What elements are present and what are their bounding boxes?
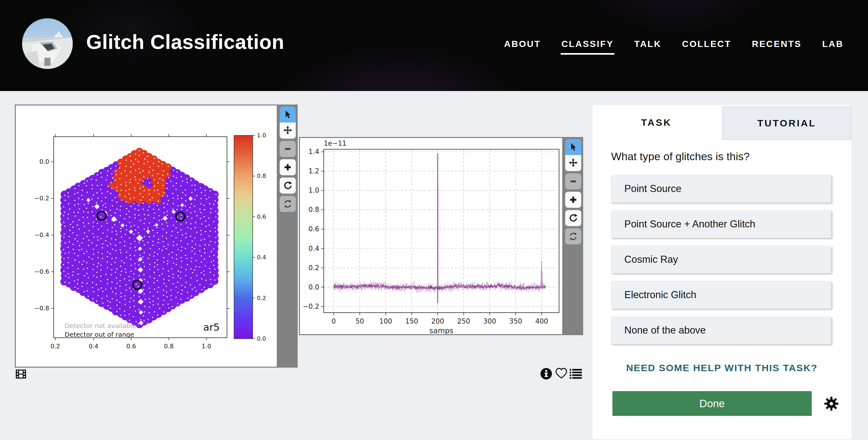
rotate-button[interactable] bbox=[280, 178, 296, 194]
rotate-button[interactable] bbox=[565, 210, 581, 226]
page-title: Glitch Classification bbox=[86, 30, 284, 53]
nav-recents[interactable]: RECENTS bbox=[751, 36, 802, 55]
svg-text:1.4: 1.4 bbox=[309, 148, 319, 156]
focal-plane-toolbar bbox=[278, 105, 298, 368]
nav-lab[interactable]: LAB bbox=[822, 36, 844, 55]
tab-task[interactable]: TASK bbox=[592, 105, 720, 140]
reset-button bbox=[280, 196, 296, 212]
svg-text:0.2: 0.2 bbox=[309, 264, 319, 272]
svg-text:0.8: 0.8 bbox=[309, 206, 319, 213]
svg-text:0.0: 0.0 bbox=[257, 335, 266, 342]
svg-text:0: 0 bbox=[332, 318, 336, 325]
svg-text:0.8: 0.8 bbox=[164, 343, 174, 350]
choice-electronic-glitch[interactable]: Electronic Glitch bbox=[611, 281, 831, 309]
nav-collect[interactable]: COLLECT bbox=[681, 36, 732, 55]
tab-tutorial[interactable]: TUTORIAL bbox=[722, 107, 851, 140]
reset-icon bbox=[283, 199, 292, 209]
cursor-icon bbox=[568, 142, 578, 152]
telescope-avatar-image bbox=[22, 18, 73, 69]
svg-text:0.8: 0.8 bbox=[257, 172, 266, 179]
select-cursor-button[interactable] bbox=[565, 139, 581, 155]
pan-icon bbox=[568, 158, 578, 168]
svg-text:1.0: 1.0 bbox=[202, 343, 211, 350]
svg-text:50: 50 bbox=[355, 318, 364, 325]
rotate-icon bbox=[568, 213, 578, 223]
svg-text:400: 400 bbox=[535, 318, 548, 325]
svg-text:1.2: 1.2 bbox=[309, 167, 319, 175]
timestream-figure: 0501001502002503003504001.41.21.00.80.60… bbox=[300, 138, 562, 334]
project-header: Glitch Classification ABOUTCLASSIFYTALKC… bbox=[0, 0, 868, 91]
zoom-in-icon bbox=[568, 195, 578, 205]
select-cursor-button[interactable] bbox=[280, 107, 296, 122]
zoom-in-button[interactable] bbox=[565, 192, 581, 208]
svg-text:−0.6: −0.6 bbox=[34, 268, 49, 275]
nav-about[interactable]: ABOUT bbox=[503, 36, 542, 55]
zoom-in-button[interactable] bbox=[280, 159, 296, 175]
svg-text:0.6: 0.6 bbox=[257, 213, 266, 220]
subject-info-button[interactable] bbox=[540, 368, 552, 381]
pan-button[interactable] bbox=[565, 155, 581, 171]
header-nav: ABOUTCLASSIFYTALKCOLLECTRECENTSLAB bbox=[503, 0, 844, 91]
task-help-link[interactable]: NEED SOME HELP WITH THIS TASK? bbox=[592, 362, 851, 374]
svg-text:350: 350 bbox=[509, 318, 522, 325]
task-tabs: TASK TUTORIAL bbox=[592, 105, 851, 140]
choice-point-source-another-glitch[interactable]: Point Source + Another Glitch bbox=[611, 210, 831, 238]
focal-plane-figure: 0.20.40.60.81.00.0−0.2−0.4−0.6−0.8Detect… bbox=[16, 106, 277, 367]
reset-button bbox=[565, 228, 581, 244]
svg-text:−0.2: −0.2 bbox=[34, 195, 49, 202]
svg-text:Detector out of range: Detector out of range bbox=[65, 331, 134, 339]
pan-icon bbox=[283, 125, 293, 136]
nav-classify[interactable]: CLASSIFY bbox=[561, 36, 614, 55]
choice-list: Point SourcePoint Source + Another Glitc… bbox=[611, 175, 831, 352]
glitch-classification-page: Glitch Classification ABOUTCLASSIFYTALKC… bbox=[0, 0, 868, 440]
svg-text:100: 100 bbox=[379, 318, 392, 325]
collection-list-icon bbox=[570, 369, 582, 379]
filmstrip-button[interactable] bbox=[16, 369, 26, 380]
svg-text:0.4: 0.4 bbox=[257, 254, 266, 261]
svg-text:0.0: 0.0 bbox=[39, 158, 49, 165]
svg-text:1e−11: 1e−11 bbox=[324, 140, 346, 147]
svg-text:200: 200 bbox=[431, 318, 444, 325]
project-avatar[interactable] bbox=[22, 18, 73, 69]
svg-text:ar5: ar5 bbox=[203, 321, 220, 333]
zoom-out-button bbox=[280, 141, 296, 157]
zoom-out-button bbox=[565, 173, 581, 189]
svg-text:samps: samps bbox=[429, 326, 453, 334]
svg-text:1.0: 1.0 bbox=[309, 186, 319, 194]
timestream-toolbar bbox=[563, 137, 583, 335]
settings-gear-icon[interactable] bbox=[824, 396, 839, 411]
svg-text:150: 150 bbox=[405, 318, 418, 325]
svg-text:−0.8: −0.8 bbox=[34, 304, 49, 312]
pan-button[interactable] bbox=[280, 122, 296, 139]
add-to-collection-button[interactable] bbox=[570, 369, 582, 380]
task-panel: TASK TUTORIAL What type of glitches is t… bbox=[592, 105, 851, 439]
nav-talk[interactable]: TALK bbox=[633, 36, 662, 55]
done-row: Done bbox=[613, 391, 839, 416]
timestream-plot[interactable]: 0501001502002503003504001.41.21.00.80.60… bbox=[299, 137, 563, 335]
svg-text:0.2: 0.2 bbox=[257, 295, 266, 301]
svg-text:0.2: 0.2 bbox=[51, 343, 60, 350]
focal-plane-plot[interactable]: 0.20.40.60.81.00.0−0.2−0.4−0.6−0.8Detect… bbox=[15, 105, 278, 368]
info-icon bbox=[540, 368, 552, 380]
task-question: What type of glitches is this? bbox=[611, 150, 833, 163]
svg-text:0.4: 0.4 bbox=[309, 245, 319, 253]
heart-icon bbox=[555, 367, 568, 379]
reset-icon bbox=[568, 232, 578, 241]
tab-tutorial-label: TUTORIAL bbox=[757, 118, 816, 129]
rotate-icon bbox=[283, 181, 292, 190]
svg-text:0.6: 0.6 bbox=[309, 225, 319, 233]
svg-text:1.0: 1.0 bbox=[257, 132, 266, 139]
zoom-out-icon bbox=[283, 144, 292, 154]
svg-text:0.6: 0.6 bbox=[126, 343, 136, 350]
svg-text:Detector not available: Detector not available bbox=[65, 322, 136, 330]
svg-text:300: 300 bbox=[483, 318, 496, 325]
favorite-button[interactable] bbox=[555, 367, 568, 381]
tab-task-label: TASK bbox=[641, 117, 672, 128]
done-button[interactable]: Done bbox=[613, 391, 812, 416]
zoom-out-icon bbox=[568, 177, 578, 186]
choice-point-source[interactable]: Point Source bbox=[611, 175, 831, 203]
choice-cosmic-ray[interactable]: Cosmic Ray bbox=[611, 246, 831, 273]
svg-text:250: 250 bbox=[457, 318, 470, 325]
zoom-in-icon bbox=[283, 163, 292, 172]
choice-none-of-the-above[interactable]: None of the above bbox=[611, 317, 831, 344]
